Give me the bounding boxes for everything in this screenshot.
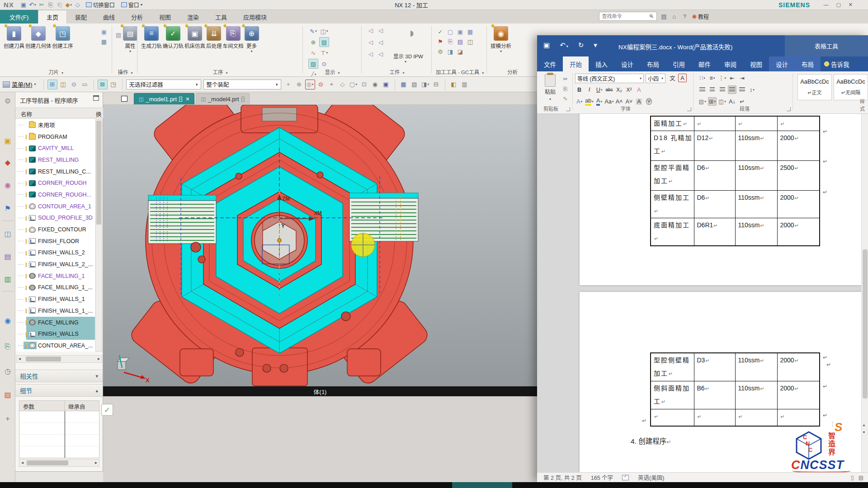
tree-item-CONTOUR_AREA_[interactable]: !CONTOUR_AREA_... (15, 340, 95, 352)
tree-horizontal-scrollbar[interactable]: ◂▸ (16, 355, 102, 363)
tree-item-FINISH_WALLS_2_[interactable]: !FINISH_WALLS_2_... (15, 258, 95, 270)
table-cell[interactable]: 110ssm↵ (735, 381, 777, 409)
word-tab-视图[interactable]: 视图 (743, 56, 769, 71)
font-launcher-icon[interactable] (687, 107, 691, 111)
tree-item-SOLID_PROFILE_3D[interactable]: !SOLID_PROFILE_3D (15, 212, 95, 224)
doc-tool-icon[interactable]: ⎘ (446, 37, 455, 46)
section-details[interactable]: 细节▴ (15, 384, 103, 397)
table-cell[interactable]: B6↵ (694, 381, 735, 409)
tree-item-FINISH_WALLS[interactable]: !FINISH_WALLS (15, 328, 95, 340)
box2-tool-icon[interactable]: ▣ (456, 27, 465, 36)
visualize-icon[interactable]: ◆▾ (65, 1, 73, 9)
tools-icon[interactable]: + (3, 414, 13, 424)
tree-item-FACE_MILLING_1_[interactable]: !FACE_MILLING_1_... (15, 282, 95, 294)
borders-button[interactable]: ⊞▾ (708, 97, 717, 106)
highlight-button[interactable]: ab▾ (585, 97, 594, 106)
switch-window-button[interactable]: 切换窗口 (84, 1, 117, 9)
table-tool-icon[interactable]: ▦ (466, 27, 475, 36)
table-cell[interactable]: D3↵ (694, 353, 735, 381)
table-cell[interactable]: 110ssm↵ (735, 353, 777, 381)
more-button[interactable]: ⊕更多▾ (245, 25, 259, 52)
report-icon[interactable]: ⎘ (3, 342, 13, 352)
draft-analysis-button[interactable]: ◉拔模分析▾ (491, 25, 511, 52)
details-col-inherited[interactable]: 继承自 (65, 401, 85, 411)
line-spacing-button[interactable]: ↕▾ (748, 85, 756, 94)
tree-item-FINISH_WALLS_1[interactable]: !FINISH_WALLS_1 (15, 293, 95, 305)
print-layout-icon[interactable]: ▤ (859, 474, 863, 481)
postprocess-button[interactable]: ⇊后处理 (206, 25, 222, 49)
word-tab-布局[interactable]: 布局 (640, 56, 666, 71)
show-3d-ipw-button[interactable]: 显示 3D IPW (384, 52, 433, 60)
tree-vertical-scrollbar[interactable] (95, 119, 102, 352)
superscript-button[interactable]: X² (625, 85, 633, 94)
word-tab-开始[interactable]: 开始 (563, 56, 589, 71)
web-browser-icon[interactable]: ◉ (3, 315, 13, 325)
tree-item-CORNER_ROUGH[interactable]: !CORNER_ROUGH (15, 177, 95, 189)
nx-tab-分析[interactable]: 分析 (123, 10, 151, 23)
split-tool-icon[interactable]: ⊟ (431, 80, 441, 89)
underline-button[interactable]: U▾ (595, 85, 604, 94)
table-cell[interactable]: 型腔平面精加工↵ (651, 161, 694, 191)
table-cell[interactable]: D6↵ (694, 161, 735, 191)
select-highlight-icon[interactable]: ⊞ (47, 80, 57, 89)
restore-button[interactable]: ▢ (836, 2, 840, 8)
center-point-icon[interactable]: ⊙ (316, 80, 326, 89)
nx-tab-主页[interactable]: 主页 (38, 10, 67, 23)
create-program-icon[interactable]: ▣ (99, 27, 108, 36)
tree-item-[interactable]: 未用项 (15, 119, 95, 131)
verify-toolpath-button[interactable]: ✓确认刀轨 (163, 25, 184, 49)
create-method-icon[interactable]: ▦ (99, 37, 108, 46)
table-cell[interactable]: ↵ (694, 116, 735, 131)
close-tab-icon[interactable]: ✕ (185, 96, 189, 102)
word-tab-文件[interactable]: 文件 (537, 56, 563, 71)
create-operation-button[interactable]: ◳创建工序 (52, 25, 73, 49)
machine-navigator-icon[interactable]: ▤ (3, 251, 13, 261)
table-cell[interactable]: ↵ (777, 116, 820, 131)
table-cell[interactable]: ↵ (651, 409, 694, 426)
pane-tool-icon[interactable]: ▧ (410, 80, 420, 89)
tree-item-FIXED_CONTOUR[interactable]: !FIXED_CONTOUR (15, 224, 95, 235)
tree-item-CAVITY_MILL[interactable]: !CAVITY_MILL (15, 142, 95, 154)
tree-item-REST_MILLING_C[interactable]: !REST_MILLING_C... (15, 166, 95, 178)
qat-more-icon[interactable]: ▾ (594, 41, 597, 49)
copy-tool-icon[interactable]: ◫ (466, 37, 475, 46)
part-tab-_model1.prt[interactable]: ◫_model1.prt▫✕ (134, 93, 194, 104)
toolpath-display-icon[interactable]: ✎▾ (308, 26, 318, 36)
nx-tab-file[interactable]: 文件(F) (0, 10, 38, 23)
export-tool-icon[interactable]: ◨ (446, 47, 455, 56)
command-finder-input[interactable] (599, 12, 657, 21)
align-left-button[interactable] (698, 85, 707, 94)
nx-tab-渲染[interactable]: 渲染 (179, 10, 207, 23)
previous-page-icon[interactable]: ▴ (863, 423, 865, 427)
copy-icon[interactable]: ⎘ (561, 85, 569, 93)
table-cell[interactable]: 2000↵ (777, 191, 820, 218)
nx-tab-应用模块[interactable]: 应用模块 (235, 10, 275, 23)
properties-button[interactable]: ▤属性▾ (123, 25, 137, 52)
enclose-char-button[interactable]: 字 (645, 97, 653, 106)
save-icon[interactable]: ▣ (543, 41, 550, 49)
table-cell[interactable]: 型腔侧壁精加工↵ (651, 353, 694, 381)
geometry-filter-icon[interactable]: ◳ (108, 80, 118, 89)
bullets-button[interactable]: ∷▾ (698, 74, 707, 82)
table-cell[interactable]: 2000↵ (777, 381, 820, 409)
table-cell[interactable]: 110ssm↵ (735, 161, 777, 191)
nx-tab-视图[interactable]: 视图 (151, 10, 179, 23)
word-tab-设计[interactable]: 设计 (769, 56, 795, 71)
details-horizontal-scrollbar[interactable]: ◂▸ (19, 459, 99, 467)
cube-icon[interactable]: ▣ (381, 80, 391, 89)
word-scrollbar[interactable]: ▴ ▾ (861, 114, 868, 472)
grid-point-icon[interactable]: ⊡ (359, 80, 369, 89)
capture-tool-icon[interactable]: ◧ (449, 80, 459, 89)
library-tool-icon[interactable]: ◪ (456, 47, 465, 56)
word-tab-审阅[interactable]: 审阅 (717, 56, 743, 71)
language-indicator[interactable]: 英语(美国) (638, 473, 664, 482)
assembly-navigator-icon[interactable]: ▣ (3, 136, 13, 145)
word-tab-布局[interactable]: 布局 (795, 56, 821, 71)
hatch2-display-icon[interactable]: ▨ (308, 59, 318, 69)
font-color-button[interactable]: A▾ (595, 97, 604, 106)
intersection-icon[interactable]: ⌖ (327, 80, 337, 89)
layer-select-icon[interactable]: ◫ (58, 80, 68, 89)
font-name-combo[interactable]: 等线 (西文正文)▾ (575, 74, 644, 83)
sphere-icon[interactable]: ◉ (370, 80, 380, 89)
minimize-button[interactable]: — (823, 2, 828, 8)
